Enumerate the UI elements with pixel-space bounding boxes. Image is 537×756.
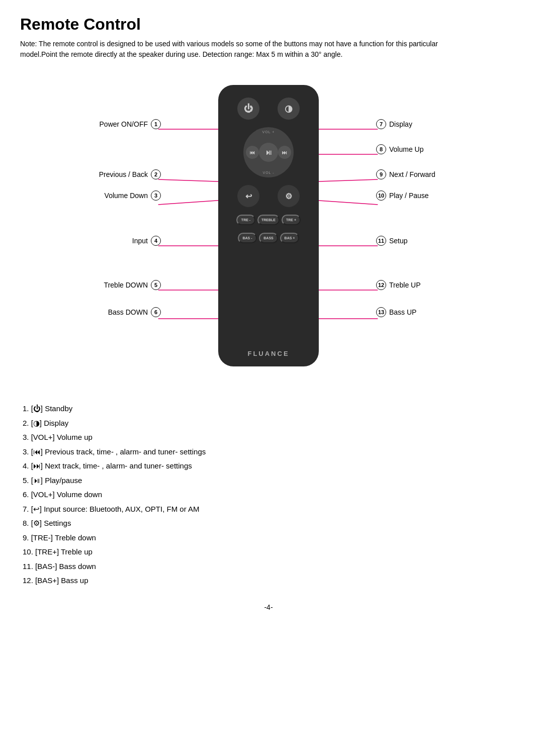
label-volup: 8 Volume Up [376, 144, 423, 154]
desc-9: 8. [⚙] Settings [23, 516, 517, 531]
label-next-num: 9 [376, 169, 386, 179]
label-bassup: 13 Bass UP [376, 307, 416, 317]
label-tredn: Treble DOWN 5 [104, 280, 161, 290]
remote-body: ⏻ ◑ ⏮ ⏯ ⏭ ↩ ⚙ TRE - [218, 85, 319, 366]
description-list: 1. [⏻] Standby 2. [◑] Display 3. [VOL+] … [20, 402, 517, 588]
label-bassdn-text: Bass DOWN [108, 308, 148, 316]
diagram-area: Power ON/OFF 1 Previous / Back 2 Volume … [20, 75, 517, 387]
page-title: Remote Control [20, 15, 517, 34]
label-setup: 11 Setup [376, 236, 408, 246]
treble-plus-button[interactable]: TRE + [282, 215, 301, 225]
label-prev-text: Previous / Back [99, 170, 148, 178]
bass-minus-button[interactable]: BAS - [238, 233, 257, 243]
treble-minus-button[interactable]: TRE - [236, 215, 255, 225]
desc-13: 12. [BAS+] Bass up [23, 574, 517, 588]
input-button[interactable]: ↩ [237, 185, 259, 207]
treble-label: TREBLE [261, 218, 276, 222]
label-treup-num: 12 [376, 280, 386, 290]
bass-minus-label: BAS - [242, 236, 253, 240]
page-number: -4- [20, 603, 517, 611]
label-playpause-num: 10 [376, 191, 386, 201]
label-voldn-num: 3 [151, 191, 161, 201]
vol-ring: ⏮ ⏯ ⏭ [243, 127, 294, 177]
label-power-text: Power ON/OFF [100, 120, 148, 128]
desc-6: 5. [⏯] Play/pause [23, 474, 517, 488]
treble-center-button[interactable]: TREBLE [257, 215, 280, 225]
desc-10: 9. [TRE-] Treble down [23, 531, 517, 545]
desc-1: 1. [⏻] Standby [23, 402, 517, 416]
label-playpause-text: Play / Pause [389, 192, 429, 200]
bass-plus-button[interactable]: BAS + [280, 233, 299, 243]
label-treup: 12 Treble UP [376, 280, 421, 290]
label-treup-text: Treble UP [389, 281, 421, 289]
label-bassup-text: Bass UP [389, 308, 416, 316]
desc-4: 3. [⏮] Previous track, time- , alarm- an… [23, 445, 517, 459]
label-setup-num: 11 [376, 236, 386, 246]
label-voldn-text: Volume Down [105, 192, 148, 200]
label-prev: Previous / Back 2 [99, 169, 161, 179]
label-volup-num: 8 [376, 144, 386, 154]
desc-2: 2. [◑] Display [23, 416, 517, 431]
desc-3: 3. [VOL+] Volume up [23, 430, 517, 445]
treble-plus-label: TRE + [286, 218, 297, 222]
label-playpause: 10 Play / Pause [376, 191, 429, 201]
label-display: 7 Display [376, 119, 412, 129]
desc-8: 7. [↩] Input source: Bluetooth, AUX, OPT… [23, 502, 517, 517]
desc-7: 6. [VOL+] Volume down [23, 488, 517, 502]
label-display-text: Display [389, 120, 412, 128]
label-tredn-num: 5 [151, 280, 161, 290]
play-button[interactable]: ⏯ [259, 143, 278, 162]
bass-center-button[interactable]: BASS [259, 233, 278, 243]
display-button[interactable]: ◑ [278, 98, 300, 120]
desc-11: 10. [TRE+] Treble up [23, 545, 517, 559]
label-input-text: Input [132, 237, 148, 245]
note-text: Note: The remote control is designed to … [20, 39, 473, 60]
bass-plus-label: BAS + [284, 236, 295, 240]
label-input-num: 4 [151, 236, 161, 246]
setup-button[interactable]: ⚙ [278, 185, 300, 207]
label-bassup-num: 13 [376, 307, 386, 317]
label-next: 9 Next / Forward [376, 169, 435, 179]
label-power-num: 1 [151, 119, 161, 129]
label-setup-text: Setup [389, 237, 408, 245]
label-bassdn-num: 6 [151, 307, 161, 317]
label-prev-num: 2 [151, 169, 161, 179]
label-power: Power ON/OFF 1 [100, 119, 161, 129]
next-button[interactable]: ⏭ [278, 146, 291, 159]
treble-minus-label: TRE - [240, 218, 251, 222]
remote-brand: FLUANCE [247, 350, 289, 357]
left-labels: Power ON/OFF 1 Previous / Back 2 Volume … [20, 75, 161, 387]
label-display-num: 7 [376, 119, 386, 129]
label-next-text: Next / Forward [389, 170, 435, 178]
label-tredn-text: Treble DOWN [104, 281, 148, 289]
right-labels: 7 Display 8 Volume Up 9 Next / Forward 1… [376, 75, 517, 387]
desc-5: 4. [⏭] Next track, time- , alarm- and tu… [23, 459, 517, 474]
prev-button[interactable]: ⏮ [246, 146, 259, 159]
label-volup-text: Volume Up [389, 145, 423, 153]
desc-12: 11. [BAS-] Bass down [23, 559, 517, 574]
label-input: Input 4 [132, 236, 161, 246]
power-button[interactable]: ⏻ [237, 98, 259, 120]
label-voldn: Volume Down 3 [105, 191, 161, 201]
label-bassdn: Bass DOWN 6 [108, 307, 161, 317]
bass-label: BASS [263, 236, 274, 240]
